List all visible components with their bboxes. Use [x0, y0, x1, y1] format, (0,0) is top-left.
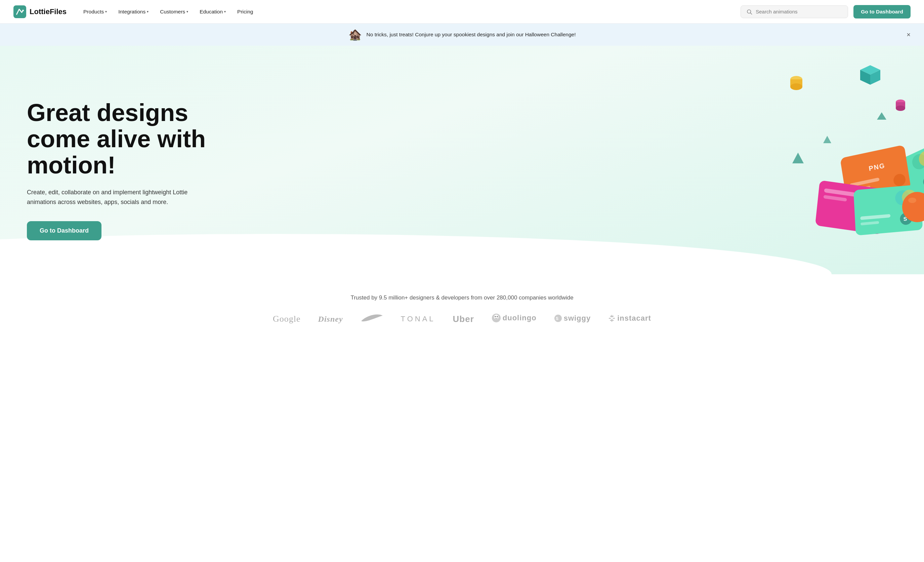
duolingo-logo: duolingo	[492, 313, 537, 325]
swiggy-icon: S	[554, 314, 562, 322]
nike-swoosh-icon	[360, 314, 383, 322]
search-icon	[746, 9, 752, 15]
logo-link[interactable]: LottieFiles	[14, 5, 66, 18]
svg-point-6	[790, 83, 802, 90]
navbar: LottieFiles Products ▾ Integrations ▾ Cu…	[0, 0, 924, 24]
svg-point-12	[896, 105, 905, 111]
banner-text: No tricks, just treats! Conjure up your …	[367, 32, 576, 38]
nav-links: Products ▾ Integrations ▾ Customers ▾ Ed…	[79, 6, 741, 18]
uber-logo: Uber	[453, 314, 474, 325]
go-to-dashboard-button[interactable]: Go to Dashboard	[854, 5, 910, 18]
disney-logo: Disney	[318, 315, 343, 324]
hero-illustration: Lottie S PNG	[729, 56, 924, 251]
svg-marker-15	[877, 112, 886, 120]
hero-subtitle: Create, edit, collaborate on and impleme…	[27, 188, 188, 207]
hero-content: Great designs come alive with motion! Cr…	[27, 100, 228, 240]
nav-pricing[interactable]: Pricing	[232, 6, 258, 18]
nike-logo	[360, 314, 383, 325]
announcement-banner: 🏚️ No tricks, just treats! Conjure up yo…	[0, 24, 924, 46]
nav-education[interactable]: Education ▾	[195, 6, 231, 18]
hero-cta-button[interactable]: Go to Dashboard	[27, 221, 102, 240]
nav-products[interactable]: Products ▾	[79, 6, 111, 18]
svg-rect-0	[14, 5, 26, 18]
instacart-logo: instacart	[608, 314, 651, 325]
trusted-tagline: Trusted by 9.5 million+ designers & deve…	[27, 295, 897, 301]
swiggy-logo: S swiggy	[554, 314, 591, 325]
brand-logos: Google Disney TONAL Uber duolingo	[27, 313, 897, 325]
svg-marker-13	[792, 153, 804, 163]
svg-marker-14	[823, 136, 831, 143]
chevron-down-icon: ▾	[147, 10, 148, 14]
banner-close-button[interactable]: ×	[906, 31, 910, 38]
search-input[interactable]	[756, 9, 842, 15]
chevron-down-icon: ▾	[224, 10, 226, 14]
svg-point-45	[495, 316, 496, 317]
duolingo-bird-icon	[492, 313, 501, 323]
logo-text: LottieFiles	[30, 8, 66, 16]
svg-line-3	[751, 13, 752, 14]
svg-point-42	[908, 198, 916, 203]
lottiefiles-logo-icon	[14, 5, 26, 18]
svg-point-1	[22, 9, 24, 11]
svg-point-46	[496, 316, 498, 317]
google-logo: Google	[273, 314, 301, 324]
instacart-icon	[608, 314, 615, 322]
nav-customers[interactable]: Customers ▾	[155, 6, 193, 18]
banner-emoji-icon: 🏚️	[348, 28, 362, 41]
trusted-section: Trusted by 9.5 million+ designers & deve…	[0, 274, 924, 338]
chevron-down-icon: ▾	[105, 10, 107, 14]
chevron-down-icon: ▾	[186, 10, 188, 14]
nav-integrations[interactable]: Integrations ▾	[114, 6, 153, 18]
hero-title: Great designs come alive with motion!	[27, 100, 228, 178]
nav-right: Go to Dashboard	[741, 5, 910, 18]
search-box[interactable]	[741, 5, 848, 18]
tonal-logo: TONAL	[401, 315, 435, 323]
svg-text:S: S	[556, 316, 559, 321]
hero-section: Great designs come alive with motion! Cr…	[0, 46, 924, 274]
